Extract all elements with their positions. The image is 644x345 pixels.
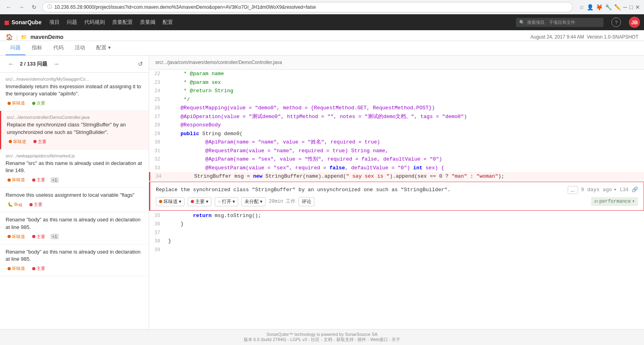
line-content [165,246,644,254]
line-content: return msg.toString(); [165,212,644,220]
code-line: 39 [149,246,644,254]
issue-meta: 坏味道 主要 +1 [6,233,143,240]
line-number: 24 [149,87,165,95]
code-area: 22 * @param name 23 * @param sex 24 * @r… [149,70,644,254]
tab-metrics[interactable]: 指标 [27,41,47,55]
issue-title: Replace the synchronized class "StringBu… [7,121,143,136]
project-title[interactable]: mavenDemo [30,34,63,40]
line-content: public String demo0( [165,130,644,138]
popup-assignee-button[interactable]: 未分配 ▾ [241,197,266,206]
url-bar[interactable]: ⓘ 10.236.65.28:9000/project/issues?id=co… [42,2,573,12]
tab-bar: 问题 指标 代码 活动 配置 ▾ [0,41,644,56]
sidebar-nav: ← 2 / 133 问题 → [6,60,62,68]
severity-dot [8,102,11,105]
reload-button[interactable]: ↻ [29,2,39,12]
forward-button[interactable]: → [17,2,26,12]
line-content: @ApiParam(name = "name", value = "姓名", r… [165,138,644,146]
help-button[interactable]: ? [611,17,621,27]
next-issue-button[interactable]: → [50,60,62,68]
issue-popup-title: Replace the synchronized class "StringBu… [156,186,638,194]
back-button[interactable]: ← [4,2,14,12]
file-path: src/.../java/com/maven/demo/controller/D… [155,60,282,65]
issue-popup: Replace the synchronized class "StringBu… [149,182,644,211]
search-box[interactable]: 🔍 搜索项目、子项目和文件 [516,18,603,27]
nav-quality-profiles[interactable]: 质量配置 [112,19,133,26]
severity-badge: 坏味道 [7,138,28,145]
popup-status-button[interactable]: ○ 打开 ▾ [215,197,238,206]
issue-item[interactable]: src/.../maven/demo/config/MySwaggerCo...… [0,73,149,111]
issue-item[interactable]: Rename "body" as this name is already us… [0,212,149,244]
priority-badge: 次要 [30,100,47,107]
nav-config[interactable]: 配置 [163,19,173,26]
popup-link-icon[interactable]: 🔗 [632,186,638,194]
bookmark-icon[interactable]: ☆ [579,4,584,10]
tab-issues[interactable]: 问题 [6,41,25,55]
close-icon[interactable]: ✕ [635,4,640,10]
nav-issues[interactable]: 问题 [67,19,77,26]
issue-meta: 坏味道 次要 [6,100,143,107]
tab-code[interactable]: 代码 [48,41,68,55]
footer: SonarQube™ technology is powered by Sona… [0,329,644,345]
line-number: 28 [149,121,165,129]
refresh-icon[interactable]: ↺ [138,60,143,68]
popup-more-button[interactable]: ... [568,186,578,194]
issue-title: Remove this useless assignment to local … [6,192,143,199]
popup-severity-button[interactable]: 坏味道 ▾ [156,197,184,206]
prev-issue-button[interactable]: ← [6,60,17,68]
minimize-icon[interactable]: ─ [623,4,627,10]
line-number: 29 [149,130,165,138]
line-number: 35 [149,212,165,219]
extension-icon[interactable]: 🔧 [605,4,612,10]
popup-location: L34 [620,186,628,194]
issue-popup-meta: 坏味道 ▾ 主要 ▾ ○ 打开 ▾ 未分配 ▾ 20min 工作 [156,197,638,206]
tab-config[interactable]: 配置 ▾ [91,41,116,55]
priority-dot [32,102,35,105]
maximize-icon[interactable]: □ [630,4,633,10]
project-date: August 24, 2017 9:44 AM Version 1.0-SNAP… [531,34,639,40]
search-placeholder: 搜索项目、子项目和文件 [527,19,575,25]
nav-projects[interactable]: 项目 [49,19,60,26]
sidebar: ← 2 / 133 问题 → ↺ src/.../maven/demo/conf… [0,56,149,337]
top-nav: ◼ SonarQube 项目 问题 代码规则 质量配置 质量阈 配置 🔍 搜索项… [0,14,644,30]
logo-text: SonarQube [12,19,41,25]
issue-item[interactable]: Remove this useless assignment to local … [0,188,149,212]
issue-item[interactable]: src/.../demo/controller/DemoController.j… [0,111,149,149]
line-content: } [165,220,644,228]
severity-badge: 坏味道 [6,233,27,240]
issue-item[interactable]: Rename "body" as this name is already us… [0,244,149,276]
code-line: 23 * @param sex [149,78,644,87]
popup-priority-button[interactable]: 主要 ▾ [188,197,211,206]
line-content: * @param sex [165,79,644,87]
code-panel: src/.../java/com/maven/demo/controller/D… [149,56,644,337]
popup-effort: 20min 工作 [269,198,295,205]
line-number: 26 [149,104,165,112]
avatar[interactable]: JB [629,17,640,28]
profile-icon[interactable]: 👤 [587,4,594,10]
code-line: 27 @ApiOperation(value = "测试demo0", http… [149,112,644,121]
popup-comment-button[interactable]: 评论 [299,197,314,206]
home-icon[interactable]: 🏠 [6,33,13,41]
issue-path: src/.../demo/controller/DemoController.j… [7,115,143,120]
extra-count: +1 [50,177,59,183]
edit-icon[interactable]: ✏️ [614,4,621,10]
issue-item[interactable]: src/.../webapp/apidocs/lib/marked.js Ren… [0,149,149,188]
issue-meta: 🐛 Bug 主要 [6,201,143,208]
line-number: 36 [149,220,165,228]
code-line: 37 [149,229,644,237]
line-content: @RequestParam(value = "sex", required = … [165,164,644,172]
line-number: 32 [149,155,165,163]
nav-items: 项目 问题 代码规则 质量配置 质量阈 配置 [49,19,173,26]
nav-quality-gates[interactable]: 质量阈 [140,19,155,26]
code-panel-header: src/.../java/com/maven/demo/controller/D… [149,56,644,70]
nav-rules[interactable]: 代码规则 [84,19,105,26]
sidebar-header: ← 2 / 133 问题 → ↺ [0,56,149,73]
logo-icon: ◼ [4,19,9,26]
extra-count: +1 [50,234,59,239]
issue-path: src/.../webapp/apidocs/lib/marked.js [6,153,143,158]
tab-activity[interactable]: 活动 [70,41,90,55]
line-content [165,229,644,237]
code-line: 29 public String demo0( [149,130,644,138]
line-number: 30 [149,138,165,146]
severity-dot [8,235,11,238]
severity-dot [159,200,162,203]
